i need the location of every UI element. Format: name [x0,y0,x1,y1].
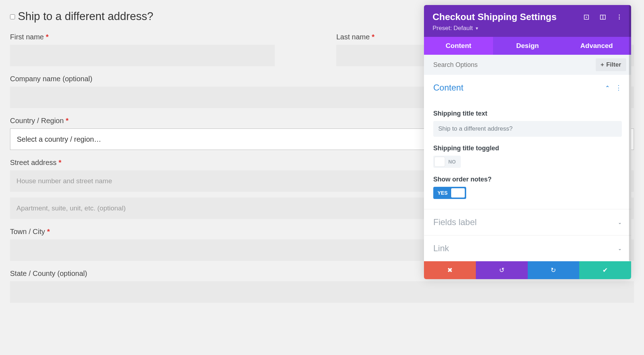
redo-icon: ↻ [551,266,556,274]
section-fields-label-title: Fields label [433,217,477,227]
shipping-title-toggled-toggle[interactable]: NO [433,156,461,168]
redo-button[interactable]: ↻ [528,261,580,279]
ship-different-label: Ship to a different address? [18,10,153,23]
ship-different-checkbox[interactable] [10,14,15,19]
undo-icon: ↺ [499,266,504,274]
first-name-label: First name * [10,33,308,41]
search-row: + Filter [424,55,631,75]
shipping-title-toggled-label: Shipping title toggled [433,145,622,152]
panel-footer: ✖ ↺ ↻ ✔ [424,261,631,279]
tab-design[interactable]: Design [493,37,562,55]
svg-point-1 [586,16,587,18]
toggle-knob [451,188,465,198]
section-fields-label-header[interactable]: Fields label ⌄ [424,209,631,235]
section-link-title: Link [433,243,449,253]
required-asterisk: * [59,159,62,166]
preset-dropdown[interactable]: Preset: Default ▼ [433,25,623,32]
chevron-down-icon: ⌄ [618,220,622,225]
plus-icon: + [601,61,604,68]
section-kebab-icon[interactable]: ⋮ [615,84,622,91]
state-field[interactable] [10,281,634,303]
section-fields-label: Fields label ⌄ [424,209,631,235]
save-button[interactable]: ✔ [579,261,631,279]
section-content-title: Content [433,83,463,93]
toggle-knob [435,157,445,166]
search-input[interactable] [433,61,596,69]
required-asterisk: * [66,117,69,125]
chevron-up-icon: ⌃ [605,85,610,91]
required-asterisk: * [46,33,49,41]
cancel-button[interactable]: ✖ [424,261,476,279]
panel-header: Checkout Shipping Settings ⋮ Preset: Def… [424,5,631,37]
undo-button[interactable]: ↺ [476,261,528,279]
panel-title: Checkout Shipping Settings [433,11,557,23]
required-asterisk: * [372,33,375,41]
panel-scrollbar[interactable] [629,5,631,261]
columns-icon[interactable] [600,14,606,20]
tab-advanced[interactable]: Advanced [562,37,631,55]
tab-content[interactable]: Content [424,37,493,55]
show-order-notes-label: Show order notes? [433,176,622,183]
section-link-header[interactable]: Link ⌄ [424,235,631,261]
section-content: Content ⌃ ⋮ Shipping title text Shipping… [424,75,631,209]
shipping-title-text-input[interactable] [433,121,622,137]
show-order-notes-toggle[interactable]: YES [433,187,466,199]
panel-tabs: Content Design Advanced [424,37,631,55]
settings-panel: Checkout Shipping Settings ⋮ Preset: Def… [424,5,631,279]
filter-button[interactable]: + Filter [596,58,626,71]
check-icon: ✔ [602,266,608,274]
first-name-field[interactable] [10,45,275,66]
section-content-header[interactable]: Content ⌃ ⋮ [424,75,631,101]
required-asterisk: * [47,228,50,235]
section-link: Link ⌄ [424,235,631,261]
expand-icon[interactable] [583,14,590,20]
menu-kebab-icon[interactable]: ⋮ [616,14,623,20]
close-icon: ✖ [447,266,453,274]
caret-down-icon: ▼ [475,26,479,30]
chevron-down-icon: ⌄ [618,246,622,251]
shipping-title-text-label: Shipping title text [433,110,622,117]
